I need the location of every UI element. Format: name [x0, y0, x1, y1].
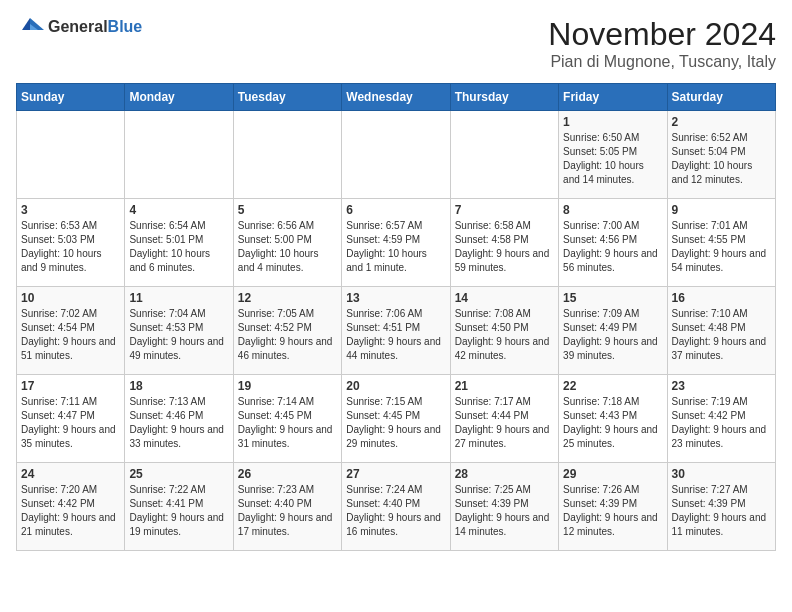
- day-info: Sunrise: 7:17 AM Sunset: 4:44 PM Dayligh…: [455, 395, 554, 451]
- calendar-cell: 3Sunrise: 6:53 AM Sunset: 5:03 PM Daylig…: [17, 199, 125, 287]
- calendar-cell: 6Sunrise: 6:57 AM Sunset: 4:59 PM Daylig…: [342, 199, 450, 287]
- calendar-cell: 30Sunrise: 7:27 AM Sunset: 4:39 PM Dayli…: [667, 463, 775, 551]
- day-number: 14: [455, 291, 554, 305]
- logo: GeneralBlue: [16, 16, 142, 38]
- calendar-cell: 26Sunrise: 7:23 AM Sunset: 4:40 PM Dayli…: [233, 463, 341, 551]
- calendar-cell: 28Sunrise: 7:25 AM Sunset: 4:39 PM Dayli…: [450, 463, 558, 551]
- day-info: Sunrise: 7:25 AM Sunset: 4:39 PM Dayligh…: [455, 483, 554, 539]
- day-number: 27: [346, 467, 445, 481]
- calendar-cell: [17, 111, 125, 199]
- month-title: November 2024: [548, 16, 776, 53]
- day-number: 21: [455, 379, 554, 393]
- weekday-header-friday: Friday: [559, 84, 667, 111]
- weekday-header-monday: Monday: [125, 84, 233, 111]
- day-info: Sunrise: 7:13 AM Sunset: 4:46 PM Dayligh…: [129, 395, 228, 451]
- day-number: 26: [238, 467, 337, 481]
- calendar-cell: 17Sunrise: 7:11 AM Sunset: 4:47 PM Dayli…: [17, 375, 125, 463]
- calendar-cell: 4Sunrise: 6:54 AM Sunset: 5:01 PM Daylig…: [125, 199, 233, 287]
- day-info: Sunrise: 7:09 AM Sunset: 4:49 PM Dayligh…: [563, 307, 662, 363]
- day-info: Sunrise: 7:27 AM Sunset: 4:39 PM Dayligh…: [672, 483, 771, 539]
- day-number: 28: [455, 467, 554, 481]
- day-number: 9: [672, 203, 771, 217]
- calendar-cell: 22Sunrise: 7:18 AM Sunset: 4:43 PM Dayli…: [559, 375, 667, 463]
- calendar-table: SundayMondayTuesdayWednesdayThursdayFrid…: [16, 83, 776, 551]
- location-title: Pian di Mugnone, Tuscany, Italy: [548, 53, 776, 71]
- calendar-cell: 16Sunrise: 7:10 AM Sunset: 4:48 PM Dayli…: [667, 287, 775, 375]
- calendar-week-row: 17Sunrise: 7:11 AM Sunset: 4:47 PM Dayli…: [17, 375, 776, 463]
- weekday-header-tuesday: Tuesday: [233, 84, 341, 111]
- day-number: 8: [563, 203, 662, 217]
- calendar-cell: 18Sunrise: 7:13 AM Sunset: 4:46 PM Dayli…: [125, 375, 233, 463]
- day-number: 6: [346, 203, 445, 217]
- weekday-header-wednesday: Wednesday: [342, 84, 450, 111]
- day-number: 12: [238, 291, 337, 305]
- calendar-cell: 19Sunrise: 7:14 AM Sunset: 4:45 PM Dayli…: [233, 375, 341, 463]
- day-info: Sunrise: 7:23 AM Sunset: 4:40 PM Dayligh…: [238, 483, 337, 539]
- calendar-cell: 29Sunrise: 7:26 AM Sunset: 4:39 PM Dayli…: [559, 463, 667, 551]
- day-number: 5: [238, 203, 337, 217]
- calendar-cell: [125, 111, 233, 199]
- day-info: Sunrise: 7:18 AM Sunset: 4:43 PM Dayligh…: [563, 395, 662, 451]
- weekday-header-thursday: Thursday: [450, 84, 558, 111]
- calendar-cell: 8Sunrise: 7:00 AM Sunset: 4:56 PM Daylig…: [559, 199, 667, 287]
- calendar-cell: 15Sunrise: 7:09 AM Sunset: 4:49 PM Dayli…: [559, 287, 667, 375]
- day-info: Sunrise: 7:00 AM Sunset: 4:56 PM Dayligh…: [563, 219, 662, 275]
- day-info: Sunrise: 6:54 AM Sunset: 5:01 PM Dayligh…: [129, 219, 228, 275]
- day-number: 17: [21, 379, 120, 393]
- day-number: 4: [129, 203, 228, 217]
- calendar-cell: 10Sunrise: 7:02 AM Sunset: 4:54 PM Dayli…: [17, 287, 125, 375]
- day-number: 20: [346, 379, 445, 393]
- calendar-cell: 12Sunrise: 7:05 AM Sunset: 4:52 PM Dayli…: [233, 287, 341, 375]
- day-number: 24: [21, 467, 120, 481]
- day-number: 13: [346, 291, 445, 305]
- day-info: Sunrise: 6:53 AM Sunset: 5:03 PM Dayligh…: [21, 219, 120, 275]
- logo-text-blue: Blue: [108, 18, 143, 35]
- day-number: 25: [129, 467, 228, 481]
- day-number: 11: [129, 291, 228, 305]
- calendar-cell: [342, 111, 450, 199]
- calendar-cell: 2Sunrise: 6:52 AM Sunset: 5:04 PM Daylig…: [667, 111, 775, 199]
- day-number: 23: [672, 379, 771, 393]
- day-info: Sunrise: 7:15 AM Sunset: 4:45 PM Dayligh…: [346, 395, 445, 451]
- calendar-cell: 24Sunrise: 7:20 AM Sunset: 4:42 PM Dayli…: [17, 463, 125, 551]
- calendar-cell: 9Sunrise: 7:01 AM Sunset: 4:55 PM Daylig…: [667, 199, 775, 287]
- page-header: GeneralBlue November 2024 Pian di Mugnon…: [16, 16, 776, 71]
- calendar-cell: 5Sunrise: 6:56 AM Sunset: 5:00 PM Daylig…: [233, 199, 341, 287]
- calendar-cell: 1Sunrise: 6:50 AM Sunset: 5:05 PM Daylig…: [559, 111, 667, 199]
- calendar-cell: 14Sunrise: 7:08 AM Sunset: 4:50 PM Dayli…: [450, 287, 558, 375]
- day-number: 7: [455, 203, 554, 217]
- logo-icon: [16, 16, 44, 38]
- day-info: Sunrise: 6:58 AM Sunset: 4:58 PM Dayligh…: [455, 219, 554, 275]
- day-number: 19: [238, 379, 337, 393]
- calendar-cell: [233, 111, 341, 199]
- calendar-cell: 23Sunrise: 7:19 AM Sunset: 4:42 PM Dayli…: [667, 375, 775, 463]
- day-number: 16: [672, 291, 771, 305]
- calendar-cell: 20Sunrise: 7:15 AM Sunset: 4:45 PM Dayli…: [342, 375, 450, 463]
- day-number: 3: [21, 203, 120, 217]
- day-info: Sunrise: 7:01 AM Sunset: 4:55 PM Dayligh…: [672, 219, 771, 275]
- day-info: Sunrise: 7:10 AM Sunset: 4:48 PM Dayligh…: [672, 307, 771, 363]
- day-number: 18: [129, 379, 228, 393]
- day-info: Sunrise: 7:05 AM Sunset: 4:52 PM Dayligh…: [238, 307, 337, 363]
- day-info: Sunrise: 6:52 AM Sunset: 5:04 PM Dayligh…: [672, 131, 771, 187]
- day-info: Sunrise: 7:19 AM Sunset: 4:42 PM Dayligh…: [672, 395, 771, 451]
- day-number: 22: [563, 379, 662, 393]
- day-info: Sunrise: 7:08 AM Sunset: 4:50 PM Dayligh…: [455, 307, 554, 363]
- day-info: Sunrise: 7:26 AM Sunset: 4:39 PM Dayligh…: [563, 483, 662, 539]
- weekday-header-sunday: Sunday: [17, 84, 125, 111]
- calendar-cell: 11Sunrise: 7:04 AM Sunset: 4:53 PM Dayli…: [125, 287, 233, 375]
- calendar-week-row: 10Sunrise: 7:02 AM Sunset: 4:54 PM Dayli…: [17, 287, 776, 375]
- calendar-cell: 27Sunrise: 7:24 AM Sunset: 4:40 PM Dayli…: [342, 463, 450, 551]
- day-number: 29: [563, 467, 662, 481]
- day-info: Sunrise: 7:24 AM Sunset: 4:40 PM Dayligh…: [346, 483, 445, 539]
- calendar-week-row: 3Sunrise: 6:53 AM Sunset: 5:03 PM Daylig…: [17, 199, 776, 287]
- day-number: 1: [563, 115, 662, 129]
- calendar-cell: [450, 111, 558, 199]
- day-number: 2: [672, 115, 771, 129]
- day-info: Sunrise: 7:04 AM Sunset: 4:53 PM Dayligh…: [129, 307, 228, 363]
- logo-text-general: General: [48, 18, 108, 35]
- weekday-header-row: SundayMondayTuesdayWednesdayThursdayFrid…: [17, 84, 776, 111]
- day-info: Sunrise: 6:57 AM Sunset: 4:59 PM Dayligh…: [346, 219, 445, 275]
- day-info: Sunrise: 6:50 AM Sunset: 5:05 PM Dayligh…: [563, 131, 662, 187]
- calendar-week-row: 24Sunrise: 7:20 AM Sunset: 4:42 PM Dayli…: [17, 463, 776, 551]
